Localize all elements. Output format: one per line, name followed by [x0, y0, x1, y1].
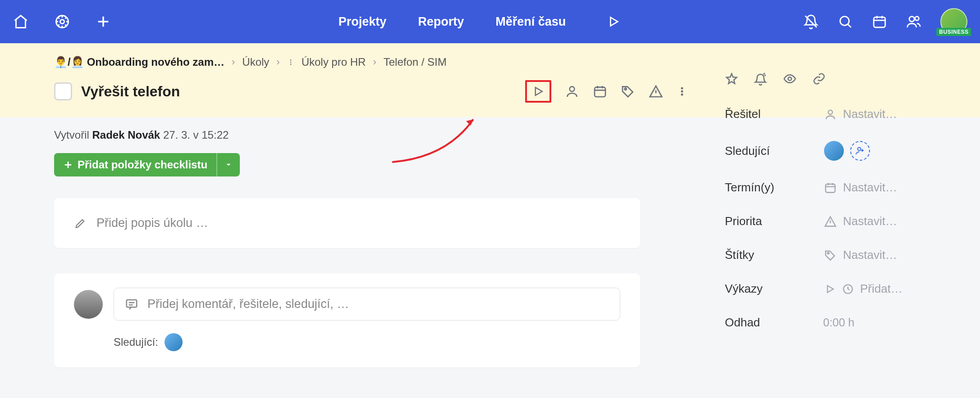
label-priority: Priorita: [725, 214, 824, 228]
project-name: Onboarding nového zam…: [87, 56, 224, 68]
add-checklist-button[interactable]: Přidat položky checklistu: [54, 153, 240, 176]
gear-icon[interactable]: [54, 14, 70, 30]
comment-card: Přidej komentář, řešitele, sledující, … …: [54, 273, 640, 367]
user-avatar[interactable]: BUSINESS: [940, 8, 967, 35]
add-timesheet[interactable]: Přidat…: [824, 282, 902, 296]
svg-point-12: [681, 87, 683, 90]
pencil-icon: [74, 217, 87, 230]
svg-rect-15: [127, 300, 137, 307]
link-icon[interactable]: [812, 72, 826, 86]
label-assignee: Řešitel: [725, 107, 824, 121]
date-icon[interactable]: [593, 84, 607, 99]
comment-input[interactable]: Přidej komentář, řešitele, sledující, …: [114, 288, 620, 321]
add-follower-button[interactable]: [850, 141, 870, 161]
label-estimate: Odhad: [725, 316, 824, 330]
description-card: Přidej popis úkolu …: [54, 198, 640, 248]
svg-point-4: [909, 17, 914, 22]
reminder-icon[interactable]: [754, 72, 767, 86]
svg-point-20: [828, 252, 829, 254]
assignee-icon[interactable]: [565, 84, 579, 99]
svg-point-1: [60, 20, 64, 24]
checklist-caret[interactable]: [216, 153, 240, 176]
svg-point-2: [840, 17, 849, 26]
project-emoji: 👨‍💼/👩‍💼: [54, 56, 84, 68]
plus-icon[interactable]: [96, 14, 111, 29]
svg-point-18: [858, 148, 861, 151]
followers-label: Sledující:: [114, 336, 158, 348]
chevron-right-icon: ›: [373, 56, 376, 68]
label-dates: Termín(y): [725, 181, 824, 194]
description-input[interactable]: Přidej popis úkolu …: [74, 216, 620, 230]
task-sidebar: Řešitel Nastavit… Sledující Termín(y) Na…: [712, 72, 929, 349]
people-icon[interactable]: [906, 14, 921, 29]
nav-time-tracking[interactable]: Měření času: [495, 15, 566, 29]
breadcrumb: 👨‍💼/👩‍💼 Onboarding nového zam… › Úkoly ›…: [54, 56, 696, 68]
play-icon[interactable]: [606, 14, 621, 29]
set-tags[interactable]: Nastavit…: [824, 248, 897, 262]
svg-rect-10: [595, 87, 605, 97]
star-icon[interactable]: [725, 72, 738, 86]
svg-point-11: [625, 88, 627, 90]
breadcrumb-project[interactable]: 👨‍💼/👩‍💼 Onboarding nového zam…: [54, 56, 224, 68]
priority-icon[interactable]: [649, 84, 663, 99]
nav-reports[interactable]: Reporty: [418, 15, 464, 29]
tag-icon[interactable]: [621, 84, 635, 99]
follower-avatar[interactable]: [824, 141, 844, 161]
notifications-off-icon[interactable]: [803, 14, 819, 29]
search-icon[interactable]: [838, 14, 853, 29]
svg-point-5: [915, 17, 919, 21]
top-nav: Projekty Reporty Měření času BUSINESS: [0, 0, 980, 43]
breadcrumb-hr[interactable]: Úkoly pro HR: [302, 56, 366, 68]
set-priority[interactable]: Nastavit…: [824, 214, 897, 228]
estimate-value[interactable]: 0:00 h: [823, 316, 855, 329]
chevron-right-icon: ›: [276, 56, 279, 68]
set-assignee[interactable]: Nastavit…: [824, 107, 897, 121]
chevron-right-icon: ›: [232, 56, 235, 68]
task-title[interactable]: Vyřešit telefon: [81, 83, 180, 100]
watch-icon[interactable]: [783, 72, 797, 86]
svg-point-8: [290, 63, 291, 65]
created-by-line: Vytvořil Radek Novák 27. 3. v 15:22: [54, 129, 640, 141]
svg-point-16: [788, 77, 792, 81]
more-vertical-icon[interactable]: [287, 57, 294, 68]
start-timer-button[interactable]: [525, 80, 551, 103]
set-dates[interactable]: Nastavit…: [824, 181, 897, 194]
svg-point-13: [681, 90, 683, 93]
plan-badge: BUSINESS: [936, 28, 971, 36]
label-followers: Sledující: [725, 144, 824, 158]
checklist-label: Přidat položky checklistu: [78, 158, 207, 171]
current-user-avatar: [74, 290, 103, 319]
more-icon[interactable]: [677, 84, 687, 99]
svg-point-6: [290, 59, 291, 61]
svg-point-17: [828, 110, 832, 114]
breadcrumb-phone[interactable]: Telefon / SIM: [384, 56, 447, 68]
svg-point-14: [681, 94, 683, 96]
svg-rect-19: [826, 184, 835, 192]
comment-icon: [125, 298, 138, 311]
svg-point-7: [290, 62, 291, 63]
nav-projects[interactable]: Projekty: [339, 15, 387, 29]
breadcrumb-tasks[interactable]: Úkoly: [242, 56, 269, 68]
svg-rect-3: [874, 17, 885, 27]
svg-point-9: [570, 86, 575, 91]
label-tags: Štítky: [725, 248, 824, 262]
follower-avatar[interactable]: [165, 333, 183, 351]
task-complete-checkbox[interactable]: [54, 82, 72, 100]
label-timesheets: Výkazy: [725, 282, 824, 296]
home-icon[interactable]: [13, 14, 29, 30]
calendar-icon[interactable]: [872, 14, 887, 29]
